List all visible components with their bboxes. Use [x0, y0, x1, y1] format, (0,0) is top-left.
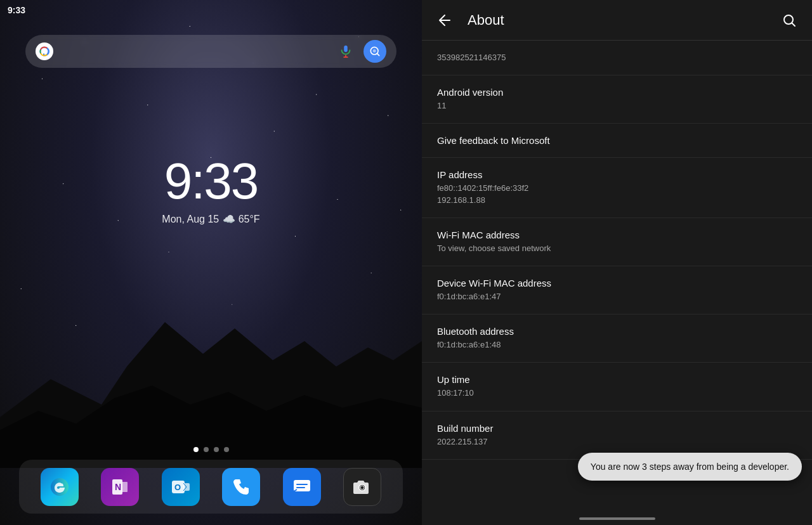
android-version-value: 11 [437, 100, 797, 112]
settings-header: About [422, 0, 812, 41]
settings-item-uptime[interactable]: Up time 108:17:10 [422, 363, 812, 411]
device-wifi-mac-label: Device Wi-Fi MAC address [437, 278, 797, 288]
build-label: Build number [437, 423, 797, 434]
uptime-label: Up time [437, 374, 797, 385]
app-onenote[interactable]: N [101, 468, 139, 506]
clock-widget: 9:33 Mon, Aug 15 ☁️ 65°F [0, 152, 422, 225]
feedback-label: Give feedback to Microsoft [437, 135, 797, 146]
settings-panel: About 353982521146375 Android version 11… [422, 0, 812, 525]
wifi-mac-value: To view, choose saved network [437, 243, 797, 254]
toast-message: You are now 3 steps away from being a de… [591, 462, 789, 472]
svg-rect-9 [121, 482, 128, 492]
page-dot-4[interactable] [224, 447, 229, 452]
ip-address-value: fe80::1402:15ff:fe6e:33f2192.168.1.88 [437, 183, 797, 205]
settings-item-feedback[interactable]: Give feedback to Microsoft [422, 124, 812, 158]
bluetooth-label: Bluetooth address [437, 326, 797, 337]
svg-text:O: O [174, 483, 181, 492]
app-messages[interactable] [283, 468, 321, 506]
search-bar[interactable] [25, 35, 396, 68]
lens-search-icon[interactable] [363, 40, 386, 63]
settings-item-device-wifi-mac[interactable]: Device Wi-Fi MAC address f0:1d:bc:a6:e1:… [422, 266, 812, 314]
page-title: About [468, 12, 766, 29]
app-edge[interactable] [41, 468, 79, 506]
settings-item-ip-address[interactable]: IP address fe80::1402:15ff:fe6e:33f2192.… [422, 158, 812, 217]
clock-time: 9:33 [0, 152, 422, 211]
svg-text:N: N [115, 482, 121, 492]
settings-item-bluetooth[interactable]: Bluetooth address f0:1d:bc:a6:e1:48 [422, 314, 812, 363]
settings-item-android-version[interactable]: Android version 11 [422, 75, 812, 124]
google-logo [36, 42, 53, 60]
build-value: 2022.215.137 [437, 436, 797, 448]
page-indicators [0, 447, 422, 452]
settings-item-wifi-mac[interactable]: Wi-Fi MAC address To view, choose saved … [422, 218, 812, 266]
search-button[interactable] [776, 8, 802, 33]
home-screen: 9:33 9:33 [0, 0, 422, 525]
svg-point-2 [36, 42, 53, 60]
back-button[interactable] [432, 8, 457, 33]
voice-search-icon[interactable] [334, 40, 357, 63]
page-dot-2[interactable] [204, 447, 209, 452]
ip-address-label: IP address [437, 169, 797, 180]
device-wifi-mac-value: f0:1d:bc:a6:e1:47 [437, 291, 797, 302]
app-phone[interactable] [222, 468, 260, 506]
app-camera[interactable] [343, 468, 381, 506]
svg-rect-3 [344, 46, 348, 52]
nav-indicator [579, 517, 655, 520]
mountain-silhouette [0, 290, 422, 468]
uptime-value: 108:17:10 [437, 387, 797, 399]
page-dot-3[interactable] [214, 447, 219, 452]
android-version-label: Android version [437, 87, 797, 98]
status-time: 9:33 [8, 5, 25, 15]
bluetooth-value: f0:1d:bc:a6:e1:48 [437, 339, 797, 351]
clock-date: Mon, Aug 15 ☁️ 65°F [0, 213, 422, 225]
settings-item-imei[interactable]: 353982521146375 [422, 41, 812, 75]
status-bar: 9:33 [0, 0, 422, 20]
toast-notification: You are now 3 steps away from being a de… [578, 453, 802, 481]
imei-value: 353982521146375 [437, 52, 797, 63]
wifi-mac-label: Wi-Fi MAC address [437, 230, 797, 240]
svg-point-5 [373, 49, 376, 53]
app-outlook[interactable]: O [162, 468, 200, 506]
page-dot-1[interactable] [193, 447, 199, 452]
app-dock: N O [19, 460, 403, 514]
